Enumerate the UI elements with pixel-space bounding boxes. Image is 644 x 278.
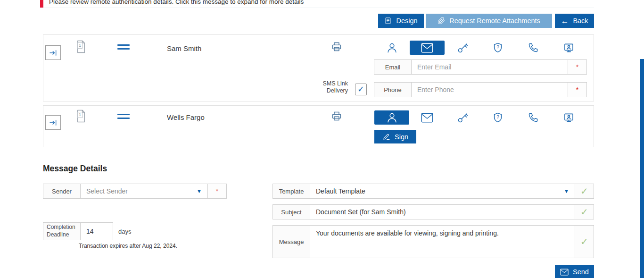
print-button[interactable]: [331, 110, 342, 122]
method-toolbar: [374, 110, 586, 125]
drag-handle-icon[interactable]: [117, 44, 130, 50]
design-button[interactable]: Design: [378, 14, 424, 28]
subject-input[interactable]: [310, 204, 575, 219]
message-row: Message Your documents are available for…: [272, 225, 594, 258]
back-button[interactable]: ← Back: [555, 14, 594, 28]
in-person-device-icon: [563, 42, 575, 54]
email-method-button[interactable]: [410, 41, 445, 55]
sender-required-marker: *: [208, 184, 227, 199]
template-label: Template: [272, 184, 310, 199]
recipient-card: 1 Wells Fargo Sign: [43, 105, 594, 147]
back-arrow-icon: ←: [561, 17, 569, 25]
recipient-name: Wells Fargo: [167, 111, 205, 124]
security-question-button[interactable]: [480, 41, 515, 55]
dropdown-caret-icon: ▼: [564, 188, 569, 194]
phone-icon: [528, 112, 539, 123]
paperclip-icon: [438, 17, 445, 25]
message-textarea[interactable]: Your documents are available for viewing…: [310, 225, 575, 258]
document-count-icon: 1: [75, 40, 87, 53]
printer-icon: [331, 110, 342, 122]
phone-field-row: Phone *: [374, 82, 587, 97]
email-label: Email: [374, 59, 412, 75]
dropdown-caret-icon: ▼: [197, 188, 202, 194]
days-suffix: days: [118, 228, 131, 235]
route-order-button[interactable]: [45, 45, 61, 60]
request-remote-attachments-button[interactable]: Request Remote Attachments: [426, 14, 552, 28]
message-valid-check-icon: ✓: [575, 225, 594, 258]
person-icon: [386, 112, 398, 124]
sign-button[interactable]: Sign: [374, 130, 416, 143]
send-button[interactable]: Send: [555, 265, 594, 278]
password-auth-button[interactable]: [445, 41, 480, 55]
arrow-to-bar-icon: [49, 118, 58, 127]
shield-question-icon: [492, 112, 504, 123]
back-button-label: Back: [573, 17, 588, 25]
recipient-card: 1 Sam Smith Email * SMS Link Delivery ✓ …: [43, 34, 594, 101]
email-input[interactable]: [412, 59, 568, 75]
esign-transaction-page: Please review remote authentication deta…: [0, 0, 644, 278]
template-valid-check-icon: ✓: [575, 184, 594, 199]
sender-select-value: Select Sender: [86, 187, 128, 195]
sms-link-delivery-checkbox[interactable]: ✓: [355, 84, 367, 95]
send-envelope-icon: [560, 269, 569, 276]
email-field-row: Email *: [374, 59, 587, 75]
in-person-button[interactable]: [551, 110, 586, 125]
sender-select[interactable]: Select Sender ▼: [81, 184, 208, 199]
drag-handle-icon[interactable]: [117, 114, 130, 119]
document-count-badge: 1: [77, 112, 83, 118]
phone-label: Phone: [374, 82, 412, 97]
pen-icon: [382, 133, 390, 141]
completion-deadline-row: Completion Deadline days: [43, 222, 131, 240]
security-question-button[interactable]: [480, 110, 515, 125]
phone-required-marker: *: [568, 82, 587, 97]
signer-method-button[interactable]: [374, 110, 409, 125]
envelope-icon: [421, 43, 433, 53]
design-icon: [384, 17, 392, 25]
phone-auth-button[interactable]: [516, 110, 551, 125]
design-button-label: Design: [396, 17, 417, 25]
printer-icon: [331, 41, 342, 52]
phone-icon: [528, 42, 539, 53]
sms-link-delivery-label: SMS Link Delivery: [305, 80, 348, 94]
request-remote-attachments-label: Request Remote Attachments: [449, 17, 540, 25]
recipient-name: Sam Smith: [167, 42, 201, 55]
signer-method-button[interactable]: [374, 41, 409, 55]
sender-label: Sender: [43, 184, 81, 199]
send-button-label: Send: [573, 268, 589, 276]
notice-text: Please review remote authentication deta…: [49, 0, 304, 5]
message-details-heading: Message Details: [43, 164, 107, 174]
completion-deadline-label: Completion Deadline: [43, 222, 81, 240]
key-icon: [457, 112, 469, 124]
message-label: Message: [272, 225, 310, 258]
notice-accent: [40, 0, 43, 8]
arrow-to-bar-icon: [49, 48, 58, 58]
phone-input[interactable]: [412, 82, 568, 97]
shield-question-icon: [492, 42, 504, 53]
password-auth-button[interactable]: [445, 110, 480, 125]
template-row: Template Default Template ▼ ✓: [272, 184, 594, 199]
route-order-button[interactable]: [45, 115, 61, 130]
in-person-button[interactable]: [551, 41, 586, 55]
person-icon: [386, 42, 398, 54]
sender-row: Sender Select Sender ▼ *: [43, 184, 227, 199]
document-count-icon: 1: [75, 110, 87, 123]
subject-label: Subject: [272, 204, 310, 219]
checkbox-check-icon: ✓: [357, 84, 364, 94]
envelope-icon: [421, 113, 433, 123]
key-icon: [457, 42, 469, 54]
subject-row: Subject ✓: [272, 204, 594, 219]
method-toolbar: [374, 41, 586, 55]
template-select-value: Default Template: [316, 187, 365, 195]
phone-auth-button[interactable]: [516, 41, 551, 55]
expiry-note: Transaction expires after Aug 22, 2024.: [79, 243, 177, 249]
scrollbar-thumb[interactable]: [640, 59, 644, 278]
email-required-marker: *: [568, 59, 587, 75]
print-button[interactable]: [331, 41, 342, 52]
completion-deadline-input[interactable]: [81, 222, 113, 240]
in-person-device-icon: [563, 112, 575, 124]
template-select[interactable]: Default Template ▼: [310, 184, 575, 199]
sign-button-label: Sign: [395, 133, 408, 141]
notice-bar[interactable]: Please review remote authentication deta…: [40, 0, 594, 8]
document-count-badge: 1: [77, 42, 83, 49]
email-method-button[interactable]: [410, 110, 445, 125]
